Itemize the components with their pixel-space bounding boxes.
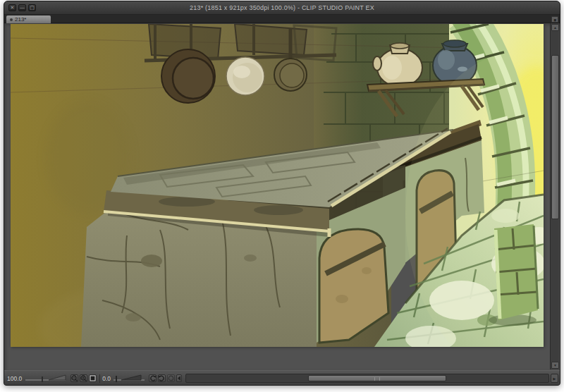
fit-to-screen-button[interactable]	[89, 374, 97, 382]
app-window: ✕ — ▢ 213* (1851 x 921px 350dpi 100.0%) …	[4, 1, 560, 386]
window-controls: ✕ — ▢	[8, 4, 36, 11]
zoom-in-button[interactable]	[80, 374, 87, 382]
status-bar: 100.0	[4, 370, 560, 386]
left-triangle-icon	[178, 376, 181, 381]
modified-dot-icon	[10, 18, 13, 21]
zoom-in-icon	[80, 375, 87, 381]
scroll-down-button[interactable]: ▼	[551, 362, 559, 369]
tab-label: 213*	[15, 16, 26, 23]
canvas-tab-bar: 213* ◼	[4, 15, 560, 23]
vertical-scrollbar[interactable]: ▲ ▼	[550, 23, 559, 369]
rotation-slider[interactable]	[113, 374, 147, 383]
canvas-artwork[interactable]	[11, 24, 544, 347]
close-button[interactable]: ✕	[8, 4, 16, 11]
vertical-scroll-thumb[interactable]	[551, 55, 559, 219]
scroll-grip-icon	[374, 377, 380, 381]
horizontal-scrollbar[interactable]	[185, 374, 549, 383]
rotate-ccw-button[interactable]	[149, 374, 157, 382]
rotation-value: 0.0	[102, 375, 111, 382]
rotate-cw-icon	[159, 375, 165, 381]
zoom-out-button[interactable]	[70, 374, 78, 382]
horizontal-scroll-thumb[interactable]	[308, 375, 446, 381]
collapse-controls-button[interactable]	[176, 374, 182, 382]
maximize-button[interactable]: ▢	[28, 4, 36, 11]
tab-document[interactable]: 213*	[6, 16, 51, 23]
rotate-ccw-icon	[149, 375, 156, 381]
window-title: 213* (1851 x 921px 350dpi 100.0%) - CLIP…	[190, 4, 374, 11]
rotate-cw-button[interactable]	[158, 374, 166, 382]
zoom-out-icon	[71, 375, 78, 381]
title-bar[interactable]: ✕ — ▢ 213* (1851 x 921px 350dpi 100.0%) …	[4, 1, 560, 15]
zoom-slider[interactable]	[25, 374, 68, 383]
reset-rotation-button[interactable]	[167, 374, 175, 382]
scroll-up-button[interactable]: ▲	[551, 24, 559, 31]
tab-corner-button[interactable]: ◼	[551, 16, 558, 23]
canvas-pasteboard[interactable]: ▲ ▼	[4, 23, 560, 370]
reset-rotation-icon	[168, 375, 174, 381]
zoom-value: 100.0	[7, 375, 22, 382]
fit-to-screen-icon	[90, 375, 96, 381]
scroll-right-button[interactable]: ▶	[551, 374, 558, 383]
minimize-button[interactable]: —	[18, 4, 26, 11]
